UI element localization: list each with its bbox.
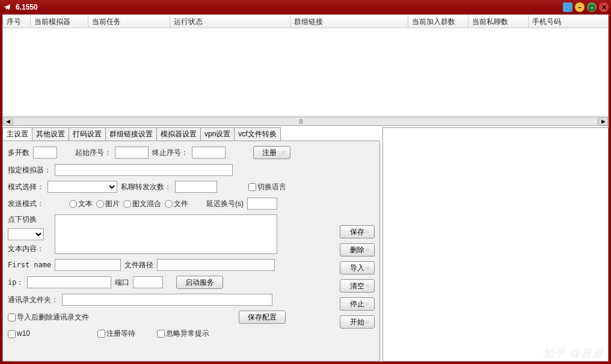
multiopen-label: 多开数 xyxy=(8,148,29,158)
tab-panel-main: 多开数 起始序号： 终止序号： 注册 指定模拟器： 模式选择： xyxy=(2,141,380,362)
stop-button[interactable]: 停止 xyxy=(340,297,375,311)
tab-simulator[interactable]: 模拟器设置 xyxy=(156,127,201,141)
ip-input[interactable] xyxy=(27,276,111,288)
save-button[interactable]: 保存 xyxy=(340,225,375,238)
col-task[interactable]: 当前任务 xyxy=(88,15,170,28)
sendmode-label: 发送模式： xyxy=(8,199,44,209)
col-pmcount[interactable]: 当前私聊数 xyxy=(468,15,529,28)
h-scrollbar[interactable]: ◀ ▶ xyxy=(3,116,608,126)
col-groupcount[interactable]: 当前加入群数 xyxy=(408,15,468,28)
clear-button[interactable]: 清空 xyxy=(340,279,375,293)
contactsfolder-input[interactable] xyxy=(62,294,272,306)
delete-button[interactable]: 删除 xyxy=(340,243,375,256)
start-button[interactable]: 开始 xyxy=(340,315,375,329)
tab-main[interactable]: 主设置 xyxy=(2,127,32,141)
sendmode-file-radio[interactable]: 文件 xyxy=(165,199,188,209)
startseq-input[interactable] xyxy=(115,147,149,159)
startseq-label: 起始序号： xyxy=(75,148,111,158)
firstname-label: First name xyxy=(8,261,51,269)
table-header: 序号 当前模拟器 当前任务 运行状态 群组链接 当前加入群数 当前私聊数 手机号… xyxy=(3,15,608,28)
ip-label: ip： xyxy=(8,278,23,288)
col-phone[interactable]: 手机号码 xyxy=(529,15,608,28)
firstname-input[interactable] xyxy=(55,259,121,271)
tab-vcf[interactable]: vcf文件转换 xyxy=(234,127,280,141)
window-title: 6.1550 xyxy=(16,3,563,11)
endseq-input[interactable] xyxy=(192,147,226,159)
close-button[interactable]: ✕ xyxy=(599,2,609,12)
titlebar: 6.1550 – ▢ ✕ xyxy=(0,0,611,14)
sendmode-mixed-radio[interactable]: 图文混合 xyxy=(123,199,161,209)
tab-other[interactable]: 其他设置 xyxy=(32,127,69,141)
import-button[interactable]: 导入 xyxy=(340,261,375,275)
w10-checkbox[interactable]: w10 xyxy=(8,329,30,338)
waitregister-checkbox[interactable]: 注册等待 xyxy=(97,329,135,339)
col-grouplink[interactable]: 群组链接 xyxy=(290,15,408,28)
ignoreexception-checkbox[interactable]: 忽略异常提示 xyxy=(157,329,209,339)
startservice-button[interactable]: 启动服务 xyxy=(176,276,223,289)
col-status[interactable]: 运行状态 xyxy=(170,15,290,28)
tab-vpn[interactable]: vpn设置 xyxy=(200,127,235,141)
table-body[interactable] xyxy=(3,28,608,116)
register-button[interactable]: 注册 xyxy=(253,146,290,159)
pmforward-input[interactable] xyxy=(175,181,217,193)
app-icon xyxy=(2,2,12,12)
deleteafterimport-checkbox[interactable]: 导入后删除通讯录文件 xyxy=(8,312,89,323)
endseq-label: 终止序号： xyxy=(152,148,188,158)
preview-pane[interactable] xyxy=(382,127,609,362)
clickswitch-combo[interactable] xyxy=(8,228,44,240)
tab-grouplink[interactable]: 群组链接设置 xyxy=(105,127,157,141)
maximize-button[interactable]: ▢ xyxy=(587,2,597,12)
scroll-right-button[interactable]: ▶ xyxy=(598,117,608,126)
scroll-left-button[interactable]: ◀ xyxy=(3,117,13,126)
delayswitch-input[interactable] xyxy=(247,198,277,210)
sendmode-image-radio[interactable]: 图片 xyxy=(96,199,120,209)
contactsfolder-label: 通讯录文件夹： xyxy=(8,295,58,305)
designatedsim-label: 指定模拟器： xyxy=(8,165,51,175)
textcontent-textarea[interactable] xyxy=(55,214,277,254)
pmforward-label: 私聊转发次数： xyxy=(121,182,171,192)
clickswitch-label: 点下切换 xyxy=(8,214,51,225)
port-input[interactable] xyxy=(133,276,163,288)
switchlang-checkbox[interactable]: 切换语言 xyxy=(248,182,286,192)
scroll-track[interactable] xyxy=(13,117,598,126)
col-seq[interactable]: 序号 xyxy=(3,15,31,28)
modeselect-combo[interactable] xyxy=(48,181,117,193)
filepath-label: 文件路径 xyxy=(124,260,153,270)
delayswitch-label: 延迟换号(s) xyxy=(206,199,244,209)
filepath-input[interactable] xyxy=(157,259,275,271)
shirt-icon[interactable] xyxy=(563,2,573,12)
saveconfig-button[interactable]: 保存配置 xyxy=(239,311,286,324)
minimize-button[interactable]: – xyxy=(575,2,585,12)
col-simulator[interactable]: 当前模拟器 xyxy=(31,15,88,28)
multiopen-input[interactable] xyxy=(33,147,57,159)
tab-strip: 主设置 其他设置 打码设置 群组链接设置 模拟器设置 vpn设置 vcf文件转换 xyxy=(2,127,380,141)
tab-coding[interactable]: 打码设置 xyxy=(69,127,106,141)
sendmode-text-radio[interactable]: 文本 xyxy=(69,199,93,209)
designatedsim-input[interactable] xyxy=(55,164,233,176)
textcontent-label: 文本内容： xyxy=(8,244,51,254)
data-table: 序号 当前模拟器 当前任务 运行状态 群组链接 当前加入群数 当前私聊数 手机号… xyxy=(2,14,609,126)
modeselect-label: 模式选择： xyxy=(8,182,44,192)
port-label: 端口 xyxy=(115,278,129,288)
